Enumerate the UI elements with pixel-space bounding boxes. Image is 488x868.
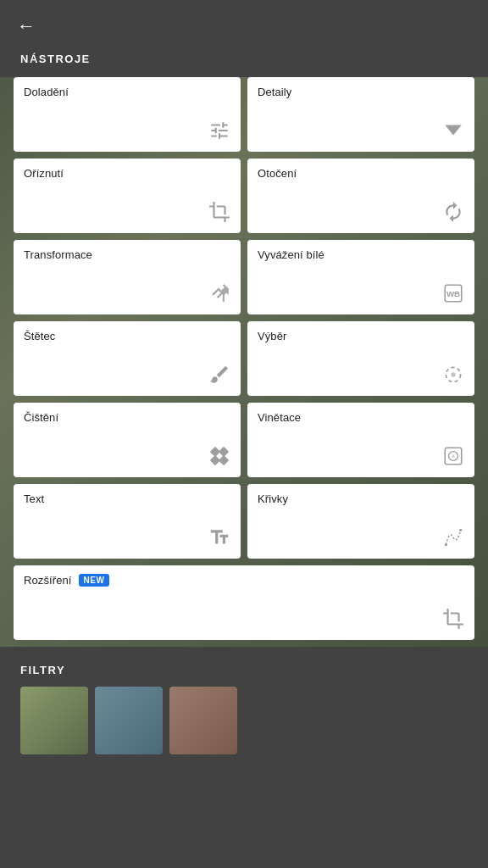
expand-icon xyxy=(442,608,464,633)
sliders-icon xyxy=(208,120,230,145)
nastroje-title: NÁSTROJE xyxy=(0,44,488,77)
svg-point-6 xyxy=(452,454,454,457)
wb-icon: WB xyxy=(442,282,464,308)
tool-label-doladeni: Doladění xyxy=(24,86,230,98)
rotate-icon xyxy=(442,201,464,226)
filtry-row xyxy=(20,687,468,754)
tool-label-otoceni: Otočení xyxy=(258,167,464,180)
filter-thumb-3[interactable] xyxy=(169,687,237,754)
crop-icon xyxy=(208,201,230,226)
back-arrow-icon: ← xyxy=(17,15,36,37)
tool-card-krivky[interactable]: Křivky xyxy=(247,484,474,559)
svg-point-7 xyxy=(445,543,447,546)
triangle-down-icon xyxy=(442,120,464,145)
text-size-icon xyxy=(208,526,230,552)
tool-label-text: Text xyxy=(24,492,230,505)
tool-card-rozsireni[interactable]: Rozšíření NEW xyxy=(14,565,474,640)
tool-card-vyvazeni-bile[interactable]: Vyvážení bílé WB xyxy=(247,240,474,314)
tool-label-vinetace: Vinětace xyxy=(258,411,464,424)
tool-card-text[interactable]: Text xyxy=(14,484,241,559)
svg-point-3 xyxy=(451,372,455,376)
svg-text:WB: WB xyxy=(446,289,460,298)
tool-card-doladeni[interactable]: Doladění xyxy=(14,77,241,152)
filtry-title: FILTRY xyxy=(20,664,468,676)
filter-thumb-2[interactable] xyxy=(95,687,163,754)
tool-label-stetec: Štětec xyxy=(24,330,230,342)
brush-icon xyxy=(208,364,230,389)
tool-card-orizuti[interactable]: Oříznutí xyxy=(14,159,241,233)
tool-label-transformace: Transformace xyxy=(24,248,230,261)
tools-grid: Doladění Detaily Oříznutí xyxy=(14,77,474,647)
filtry-section: FILTRY xyxy=(0,647,488,763)
tool-label-cisteni: Čištění xyxy=(24,411,230,424)
svg-point-8 xyxy=(459,529,462,531)
tool-label-vyvazeni-bile: Vyvážení bílé xyxy=(258,248,464,261)
tool-label-detaily: Detaily xyxy=(258,86,464,98)
curves-icon xyxy=(442,526,464,552)
tool-card-cisteni[interactable]: Čištění xyxy=(14,403,241,477)
transform-icon xyxy=(208,282,230,308)
heal-icon xyxy=(208,445,230,470)
tool-label-vyber: Výběr xyxy=(258,330,464,342)
tool-card-vyber[interactable]: Výběr xyxy=(247,321,474,396)
tool-card-vinetace[interactable]: Vinětace xyxy=(247,403,474,477)
tool-label-orizuti: Oříznutí xyxy=(24,167,230,180)
tool-card-detaily[interactable]: Detaily xyxy=(247,77,474,152)
tool-label-rozsireni: Rozšíření xyxy=(24,574,72,587)
filter-thumb-1[interactable] xyxy=(20,687,88,754)
selection-icon xyxy=(442,364,464,389)
tool-card-stetec[interactable]: Štětec xyxy=(14,321,241,396)
tool-label-krivky: Křivky xyxy=(258,492,464,505)
tool-card-otoceni[interactable]: Otočení xyxy=(247,159,474,233)
tool-card-transformace[interactable]: Transformace xyxy=(14,240,241,314)
new-badge: NEW xyxy=(79,574,110,587)
tools-grid-container: Doladění Detaily Oříznutí xyxy=(0,77,488,647)
back-button[interactable]: ← xyxy=(0,0,488,44)
vignette-icon xyxy=(442,445,464,470)
